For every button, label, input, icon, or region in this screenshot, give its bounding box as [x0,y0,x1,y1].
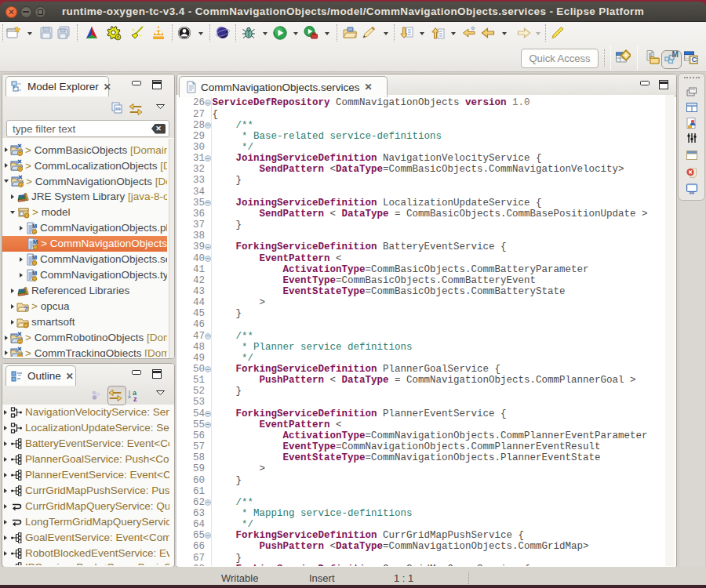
svg-text:M: M [32,270,37,277]
svg-text:M: M [32,223,37,230]
svg-text:M: M [671,50,678,59]
svg-text:M: M [33,238,38,245]
svg-text:C: C [692,55,697,64]
svg-text:?: ? [24,305,28,313]
svg-text:M: M [32,254,37,261]
